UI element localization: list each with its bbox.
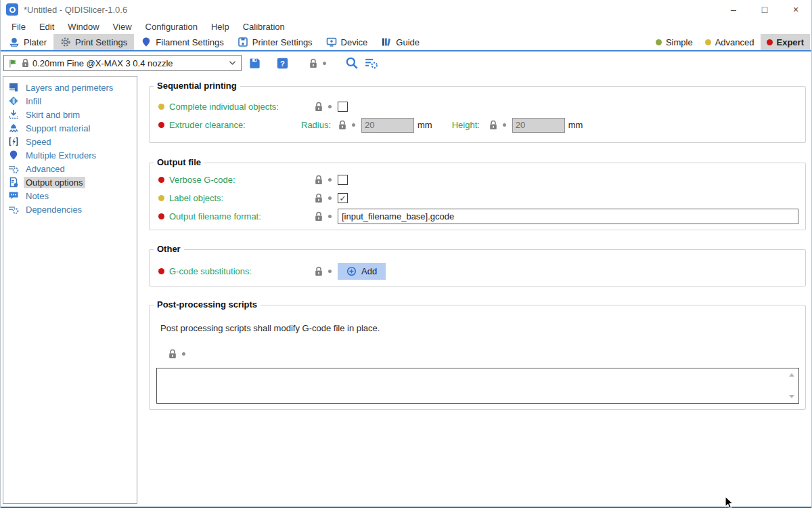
menu-calibration[interactable]: Calibration bbox=[236, 22, 292, 32]
search-icon[interactable] bbox=[345, 56, 359, 70]
menu-window[interactable]: Window bbox=[61, 22, 106, 32]
section-sequential-printing: Sequential printing Complete individual … bbox=[149, 86, 806, 143]
scroll-down-arrow-icon[interactable] bbox=[789, 395, 794, 398]
advanced-mode-dot-icon bbox=[705, 39, 711, 45]
save-icon[interactable] bbox=[248, 57, 261, 70]
minimize-button[interactable]: – bbox=[718, 0, 749, 19]
help-icon[interactable]: ? bbox=[276, 57, 289, 70]
lock-icon[interactable] bbox=[489, 120, 497, 130]
dependencies-gear-icon bbox=[8, 204, 19, 215]
height-input[interactable] bbox=[512, 118, 565, 133]
guide-books-icon bbox=[381, 37, 392, 47]
mode-advanced[interactable]: Advanced bbox=[699, 34, 761, 50]
lock-icon[interactable] bbox=[168, 349, 177, 359]
output-filename-input[interactable] bbox=[338, 209, 798, 224]
sidebar-item-layers-and-perimeters[interactable]: Layers and perimeters bbox=[3, 81, 137, 94]
menu-configuration[interactable]: Configuration bbox=[139, 22, 204, 32]
close-button[interactable]: × bbox=[780, 0, 811, 19]
post-processing-scripts-field bbox=[156, 368, 799, 404]
sidebar-item-advanced[interactable]: Advanced bbox=[3, 162, 137, 175]
option-dot bbox=[503, 123, 506, 127]
preset-select[interactable]: 0.20mm Fine @X-MAX 3 0.4 nozzle bbox=[3, 55, 242, 71]
sidebar-item-output-options[interactable]: Output options bbox=[3, 175, 137, 189]
device-icon bbox=[326, 37, 337, 47]
sidebar-item-infill[interactable]: Infill bbox=[3, 94, 137, 108]
tab-label: Filament Settings bbox=[156, 37, 223, 47]
lock-icon[interactable] bbox=[315, 211, 323, 221]
tab-plater[interactable]: Plater bbox=[2, 34, 53, 50]
lock-icon[interactable] bbox=[315, 266, 323, 276]
section-other: Other G-code substitutions: Add bbox=[149, 249, 806, 287]
sidebar-item-speed[interactable]: Speed bbox=[3, 135, 137, 148]
post-processing-description: Post processing scripts shall modify G-c… bbox=[160, 323, 380, 333]
mode-label: Advanced bbox=[715, 37, 754, 47]
advanced-mode-bullet-icon bbox=[158, 195, 164, 201]
mouse-cursor bbox=[725, 496, 734, 508]
lock-icon[interactable] bbox=[309, 58, 317, 68]
expert-mode-bullet-icon bbox=[158, 268, 164, 274]
menu-help[interactable]: Help bbox=[204, 22, 236, 32]
lock-icon[interactable] bbox=[315, 102, 323, 112]
preset-value: 0.20mm Fine @X-MAX 3 0.4 nozzle bbox=[32, 58, 225, 68]
tab-label: Guide bbox=[396, 37, 420, 47]
lock-icon[interactable] bbox=[315, 175, 323, 185]
radius-input[interactable] bbox=[361, 118, 414, 133]
add-substitution-button[interactable]: Add bbox=[338, 263, 386, 280]
sidebar-item-notes[interactable]: Notes bbox=[3, 189, 137, 203]
output-options-icon bbox=[8, 177, 19, 188]
tab-label: Device bbox=[341, 37, 368, 47]
lock-icon[interactable] bbox=[315, 193, 323, 203]
option-dot bbox=[328, 178, 332, 182]
lock-icon[interactable] bbox=[338, 120, 346, 130]
sidebar-item-multiple-extruders[interactable]: Multiple Extruders bbox=[3, 148, 137, 162]
menu-view[interactable]: View bbox=[106, 22, 139, 32]
sidebar-item-label: Notes bbox=[24, 190, 51, 202]
tab-print-settings[interactable]: Print Settings bbox=[53, 34, 134, 50]
lock-icon bbox=[22, 58, 29, 68]
option-dot bbox=[352, 123, 355, 127]
sidebar-item-label: Advanced bbox=[24, 163, 67, 175]
mode-simple[interactable]: Simple bbox=[650, 34, 699, 50]
option-row-label-objects: Label objects: bbox=[158, 190, 798, 206]
expert-mode-bullet-icon bbox=[158, 177, 164, 183]
expert-mode-bullet-icon bbox=[158, 122, 164, 128]
mode-label: Expert bbox=[777, 37, 804, 47]
printer-icon bbox=[238, 37, 248, 47]
speed-icon bbox=[8, 136, 19, 147]
menu-bar: File Edit Window View Configuration Help… bbox=[1, 19, 811, 34]
option-row-output-filename-format: Output filename format: bbox=[158, 209, 798, 224]
app-logo-icon bbox=[6, 3, 18, 16]
section-title: Output file bbox=[154, 157, 204, 167]
tab-device[interactable]: Device bbox=[319, 34, 375, 50]
compare-gear-icon[interactable] bbox=[365, 57, 378, 69]
svg-text:?: ? bbox=[280, 59, 285, 67]
option-dot bbox=[323, 62, 326, 65]
section-post-processing-scripts: Post-processing scripts Post processing … bbox=[149, 305, 806, 410]
section-title: Sequential printing bbox=[154, 81, 240, 91]
label-objects-checkbox[interactable] bbox=[338, 193, 348, 203]
radius-unit: mm bbox=[418, 120, 432, 130]
mode-expert[interactable]: Expert bbox=[761, 34, 810, 50]
menu-edit[interactable]: Edit bbox=[32, 22, 61, 32]
flag-icon bbox=[8, 58, 18, 68]
sidebar-item-label: Multiple Extruders bbox=[24, 150, 98, 161]
sidebar-item-label: Output options bbox=[24, 177, 85, 188]
preset-toolbar: 0.20mm Fine @X-MAX 3 0.4 nozzle ? bbox=[1, 51, 811, 75]
verbose-gcode-checkbox[interactable] bbox=[338, 175, 348, 185]
complete-individual-objects-checkbox[interactable] bbox=[338, 102, 348, 112]
sidebar-item-support-material[interactable]: Support material bbox=[3, 121, 137, 135]
option-label: Extruder clearance: bbox=[169, 120, 301, 130]
height-unit: mm bbox=[568, 120, 583, 130]
sidebar-item-skirt-and-brim[interactable]: Skirt and brim bbox=[3, 108, 137, 121]
menu-file[interactable]: File bbox=[5, 22, 32, 32]
option-dot bbox=[182, 352, 185, 356]
sidebar-item-label: Infill bbox=[24, 96, 43, 107]
sidebar-item-dependencies[interactable]: Dependencies bbox=[3, 203, 137, 216]
tab-filament-settings[interactable]: Filament Settings bbox=[134, 34, 230, 50]
maximize-button[interactable]: □ bbox=[749, 0, 780, 19]
post-processing-lock-row bbox=[168, 349, 185, 359]
tab-printer-settings[interactable]: Printer Settings bbox=[231, 34, 319, 50]
tab-guide[interactable]: Guide bbox=[374, 34, 426, 50]
post-processing-scripts-textarea[interactable] bbox=[157, 368, 798, 403]
scroll-up-arrow-icon[interactable] bbox=[789, 373, 794, 377]
